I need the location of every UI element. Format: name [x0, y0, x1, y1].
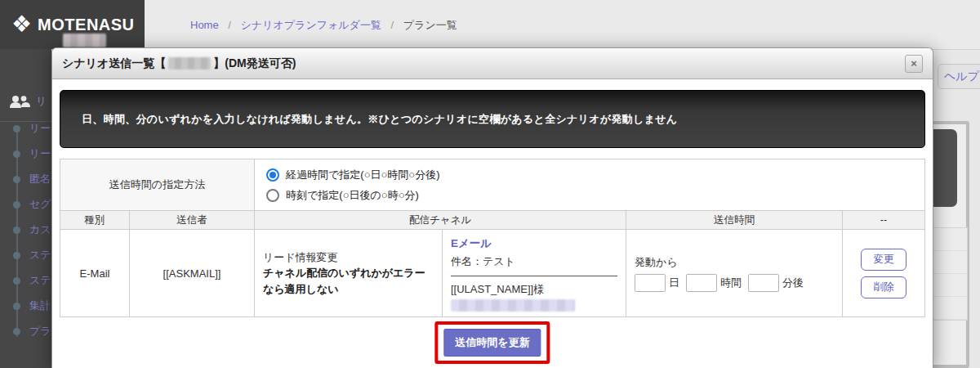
- sidebar-item[interactable]: プラ: [0, 325, 51, 338]
- update-button-area: 送信時間を更新: [60, 317, 925, 366]
- redacted-text-patch: [63, 34, 106, 47]
- bullet-dot-icon: [13, 303, 20, 310]
- sidebar-item[interactable]: ステ: [0, 249, 51, 262]
- hour-unit-label: 時間: [720, 276, 742, 290]
- recipient-text: [[ULAST_NAME]]様: [451, 282, 617, 297]
- minute-unit-label: 分後: [782, 276, 804, 290]
- cell-type: E-Mail: [60, 230, 130, 316]
- red-annotation-highlight: 送信時間を更新: [434, 321, 550, 364]
- change-button[interactable]: 変更: [861, 249, 906, 271]
- radio-unselected-icon[interactable]: [266, 189, 279, 202]
- breadcrumb-current-page: プラン一覧: [403, 19, 457, 31]
- sidebar-item[interactable]: リー: [0, 147, 51, 160]
- bullet-dot-icon: [13, 277, 20, 285]
- hour-input[interactable]: [686, 274, 717, 292]
- table-row: E-Mail [[ASKMAIL]] リード情報変更 チャネル配信のいずれかがエ…: [60, 230, 925, 317]
- day-input[interactable]: [635, 274, 666, 292]
- send-time-method-options: 経過時間で指定(○日○時間○分後) 時刻で指定(○日後の○時○分): [255, 159, 924, 210]
- channel-rule: チャネル配信のいずれかがエラーなら適用しない: [263, 265, 434, 297]
- cell-send-time: 発動から 日 時間 分後: [626, 230, 843, 316]
- cell-actions: 変更 削除: [843, 230, 924, 316]
- col-header-channel: 配信チャネル: [255, 211, 626, 229]
- table-header-row: 種別 送信者 配信チャネル 送信時間 --: [60, 210, 925, 230]
- modal-body: 日、時間、分のいずれかを入力しなければ発動しません。※ひとつのシナリオに空欄があ…: [52, 79, 933, 366]
- brand-name: MOTENASU: [38, 16, 134, 34]
- sidebar-item[interactable]: リー: [0, 122, 51, 135]
- sidebar-item[interactable]: 匿名: [0, 173, 51, 186]
- app-window: ❖ MOTENASU Home / シナリオプランフォルダ一覧 / プラン一覧 …: [0, 0, 980, 368]
- modal-title: シナリオ送信一覧【 】(DM発送可否): [62, 56, 296, 71]
- redacted-scenario-name: [168, 57, 211, 70]
- redacted-recipient-name: [451, 299, 575, 312]
- modal-title-bar: シナリオ送信一覧【 】(DM発送可否) ×: [52, 48, 933, 79]
- col-header-sendtime: 送信時間: [626, 211, 843, 229]
- breadcrumb-separator: /: [228, 19, 231, 31]
- breadcrumb: Home / シナリオプランフォルダ一覧 / プラン一覧: [190, 18, 457, 33]
- radio-fixed-time[interactable]: 時刻で指定(○日後の○時○分): [266, 188, 913, 203]
- bullet-dot-icon: [13, 201, 20, 209]
- send-time-prefix: 発動から: [635, 255, 834, 270]
- cell-sender: [[ASKMAIL]]: [130, 230, 255, 316]
- radio-selected-icon[interactable]: [266, 168, 279, 182]
- sidebar-item[interactable]: セグ: [0, 198, 51, 211]
- update-send-time-button[interactable]: 送信時間を更新: [443, 329, 541, 357]
- bullet-dot-icon: [13, 252, 20, 259]
- sidebar-nav: リ リー リー 匿名 セグ カス ステ ステ 集計 プラ: [0, 49, 51, 368]
- send-time-method-row: 送信時間の指定方法 経過時間で指定(○日○時間○分後) 時刻で指定(○日後の○時…: [60, 159, 925, 210]
- scenario-send-list-modal: シナリオ送信一覧【 】(DM発送可否) × 日、時間、分のいずれかを入力しなけれ…: [51, 47, 933, 368]
- bullet-dot-icon: [13, 328, 20, 335]
- day-unit-label: 日: [669, 276, 679, 290]
- motenasu-logo-icon: ❖: [11, 13, 32, 36]
- sidebar-item[interactable]: ステ: [0, 274, 51, 287]
- col-header-actions: --: [843, 211, 924, 229]
- help-button[interactable]: ヘルプ: [938, 64, 980, 89]
- radio-elapsed-time[interactable]: 経過時間で指定(○日○時間○分後): [266, 168, 913, 182]
- channel-label: リード情報変更: [263, 249, 434, 266]
- sidebar-section-leads[interactable]: リ: [8, 94, 51, 109]
- top-header-bar: ❖ MOTENASU Home / シナリオプランフォルダ一覧 / プラン一覧: [0, 0, 980, 50]
- send-time-method-label: 送信時間の指定方法: [60, 159, 255, 210]
- bullet-dot-icon: [13, 227, 20, 234]
- cell-channel-content: Eメール 件名：テスト [[ULAST_NAME]]様: [443, 230, 626, 316]
- cell-divider: [451, 276, 617, 276]
- bullet-dot-icon: [13, 125, 20, 132]
- delete-button[interactable]: 削除: [861, 276, 906, 298]
- warning-notice-banner: 日、時間、分のいずれかを入力しなければ発動しません。※ひとつのシナリオに空欄があ…: [60, 90, 925, 148]
- users-icon: [8, 95, 30, 109]
- sidebar-item[interactable]: 集計: [0, 299, 51, 312]
- breadcrumb-home-link[interactable]: Home: [190, 19, 219, 31]
- bullet-dot-icon: [13, 176, 20, 183]
- minute-input[interactable]: [748, 274, 779, 292]
- sidebar-section-label: リ: [36, 94, 47, 109]
- cell-channel-note: リード情報変更 チャネル配信のいずれかがエラーなら適用しない: [255, 230, 443, 316]
- email-channel-link[interactable]: Eメール: [451, 236, 617, 251]
- close-icon[interactable]: ×: [905, 55, 923, 73]
- bullet-dot-icon: [13, 150, 20, 158]
- subject-text: 件名：テスト: [451, 254, 617, 269]
- col-header-type: 種別: [60, 211, 130, 229]
- sidebar-item[interactable]: カス: [0, 223, 51, 236]
- breadcrumb-separator: /: [391, 19, 394, 31]
- col-header-sender: 送信者: [130, 211, 255, 229]
- breadcrumb-folder-list-link[interactable]: シナリオプランフォルダ一覧: [241, 19, 381, 31]
